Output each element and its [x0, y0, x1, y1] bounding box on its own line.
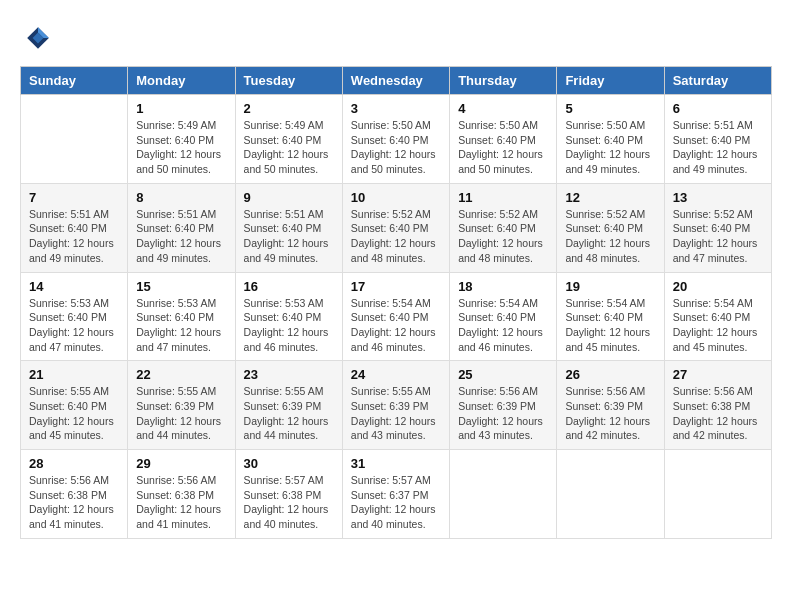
day-detail: Sunrise: 5:50 AM Sunset: 6:40 PM Dayligh…: [565, 118, 655, 177]
weekday-header: Sunday: [21, 67, 128, 95]
day-number: 13: [673, 190, 763, 205]
day-number: 10: [351, 190, 441, 205]
day-number: 4: [458, 101, 548, 116]
calendar-cell: [557, 450, 664, 539]
calendar-cell: 18Sunrise: 5:54 AM Sunset: 6:40 PM Dayli…: [450, 272, 557, 361]
calendar-cell: [664, 450, 771, 539]
calendar-cell: [21, 95, 128, 184]
day-number: 21: [29, 367, 119, 382]
calendar-week-row: 21Sunrise: 5:55 AM Sunset: 6:40 PM Dayli…: [21, 361, 772, 450]
day-detail: Sunrise: 5:51 AM Sunset: 6:40 PM Dayligh…: [136, 207, 226, 266]
calendar-cell: 1Sunrise: 5:49 AM Sunset: 6:40 PM Daylig…: [128, 95, 235, 184]
day-detail: Sunrise: 5:56 AM Sunset: 6:38 PM Dayligh…: [136, 473, 226, 532]
day-detail: Sunrise: 5:57 AM Sunset: 6:37 PM Dayligh…: [351, 473, 441, 532]
day-number: 22: [136, 367, 226, 382]
weekday-header: Wednesday: [342, 67, 449, 95]
logo: [20, 20, 62, 56]
day-detail: Sunrise: 5:51 AM Sunset: 6:40 PM Dayligh…: [673, 118, 763, 177]
day-number: 20: [673, 279, 763, 294]
day-number: 18: [458, 279, 548, 294]
calendar-header-row: SundayMondayTuesdayWednesdayThursdayFrid…: [21, 67, 772, 95]
weekday-header: Saturday: [664, 67, 771, 95]
day-detail: Sunrise: 5:50 AM Sunset: 6:40 PM Dayligh…: [458, 118, 548, 177]
calendar-cell: [450, 450, 557, 539]
calendar-cell: 15Sunrise: 5:53 AM Sunset: 6:40 PM Dayli…: [128, 272, 235, 361]
day-number: 24: [351, 367, 441, 382]
day-number: 9: [244, 190, 334, 205]
day-detail: Sunrise: 5:52 AM Sunset: 6:40 PM Dayligh…: [673, 207, 763, 266]
weekday-header: Friday: [557, 67, 664, 95]
day-number: 12: [565, 190, 655, 205]
calendar-cell: 14Sunrise: 5:53 AM Sunset: 6:40 PM Dayli…: [21, 272, 128, 361]
day-detail: Sunrise: 5:55 AM Sunset: 6:40 PM Dayligh…: [29, 384, 119, 443]
calendar-cell: 29Sunrise: 5:56 AM Sunset: 6:38 PM Dayli…: [128, 450, 235, 539]
day-detail: Sunrise: 5:53 AM Sunset: 6:40 PM Dayligh…: [29, 296, 119, 355]
calendar-week-row: 7Sunrise: 5:51 AM Sunset: 6:40 PM Daylig…: [21, 183, 772, 272]
day-detail: Sunrise: 5:49 AM Sunset: 6:40 PM Dayligh…: [136, 118, 226, 177]
day-detail: Sunrise: 5:54 AM Sunset: 6:40 PM Dayligh…: [673, 296, 763, 355]
calendar-cell: 19Sunrise: 5:54 AM Sunset: 6:40 PM Dayli…: [557, 272, 664, 361]
calendar-cell: 16Sunrise: 5:53 AM Sunset: 6:40 PM Dayli…: [235, 272, 342, 361]
day-number: 19: [565, 279, 655, 294]
day-number: 15: [136, 279, 226, 294]
calendar-cell: 6Sunrise: 5:51 AM Sunset: 6:40 PM Daylig…: [664, 95, 771, 184]
day-detail: Sunrise: 5:49 AM Sunset: 6:40 PM Dayligh…: [244, 118, 334, 177]
calendar-cell: 7Sunrise: 5:51 AM Sunset: 6:40 PM Daylig…: [21, 183, 128, 272]
day-detail: Sunrise: 5:56 AM Sunset: 6:39 PM Dayligh…: [458, 384, 548, 443]
calendar-cell: 9Sunrise: 5:51 AM Sunset: 6:40 PM Daylig…: [235, 183, 342, 272]
calendar-cell: 24Sunrise: 5:55 AM Sunset: 6:39 PM Dayli…: [342, 361, 449, 450]
day-detail: Sunrise: 5:51 AM Sunset: 6:40 PM Dayligh…: [29, 207, 119, 266]
weekday-header: Thursday: [450, 67, 557, 95]
calendar-cell: 27Sunrise: 5:56 AM Sunset: 6:38 PM Dayli…: [664, 361, 771, 450]
day-detail: Sunrise: 5:52 AM Sunset: 6:40 PM Dayligh…: [351, 207, 441, 266]
weekday-header: Tuesday: [235, 67, 342, 95]
day-number: 6: [673, 101, 763, 116]
day-number: 7: [29, 190, 119, 205]
calendar-week-row: 1Sunrise: 5:49 AM Sunset: 6:40 PM Daylig…: [21, 95, 772, 184]
calendar-cell: 4Sunrise: 5:50 AM Sunset: 6:40 PM Daylig…: [450, 95, 557, 184]
day-detail: Sunrise: 5:56 AM Sunset: 6:38 PM Dayligh…: [29, 473, 119, 532]
day-detail: Sunrise: 5:54 AM Sunset: 6:40 PM Dayligh…: [458, 296, 548, 355]
day-detail: Sunrise: 5:50 AM Sunset: 6:40 PM Dayligh…: [351, 118, 441, 177]
day-number: 14: [29, 279, 119, 294]
weekday-header: Monday: [128, 67, 235, 95]
day-detail: Sunrise: 5:53 AM Sunset: 6:40 PM Dayligh…: [136, 296, 226, 355]
calendar-cell: 11Sunrise: 5:52 AM Sunset: 6:40 PM Dayli…: [450, 183, 557, 272]
calendar-cell: 2Sunrise: 5:49 AM Sunset: 6:40 PM Daylig…: [235, 95, 342, 184]
calendar-week-row: 28Sunrise: 5:56 AM Sunset: 6:38 PM Dayli…: [21, 450, 772, 539]
calendar-cell: 5Sunrise: 5:50 AM Sunset: 6:40 PM Daylig…: [557, 95, 664, 184]
day-number: 1: [136, 101, 226, 116]
day-number: 27: [673, 367, 763, 382]
calendar-cell: 28Sunrise: 5:56 AM Sunset: 6:38 PM Dayli…: [21, 450, 128, 539]
day-number: 16: [244, 279, 334, 294]
calendar-cell: 10Sunrise: 5:52 AM Sunset: 6:40 PM Dayli…: [342, 183, 449, 272]
calendar-cell: 21Sunrise: 5:55 AM Sunset: 6:40 PM Dayli…: [21, 361, 128, 450]
day-number: 28: [29, 456, 119, 471]
day-detail: Sunrise: 5:52 AM Sunset: 6:40 PM Dayligh…: [458, 207, 548, 266]
calendar-week-row: 14Sunrise: 5:53 AM Sunset: 6:40 PM Dayli…: [21, 272, 772, 361]
day-detail: Sunrise: 5:51 AM Sunset: 6:40 PM Dayligh…: [244, 207, 334, 266]
logo-icon: [20, 20, 56, 56]
day-detail: Sunrise: 5:56 AM Sunset: 6:38 PM Dayligh…: [673, 384, 763, 443]
day-number: 2: [244, 101, 334, 116]
day-detail: Sunrise: 5:55 AM Sunset: 6:39 PM Dayligh…: [351, 384, 441, 443]
day-detail: Sunrise: 5:54 AM Sunset: 6:40 PM Dayligh…: [565, 296, 655, 355]
day-number: 30: [244, 456, 334, 471]
calendar-cell: 30Sunrise: 5:57 AM Sunset: 6:38 PM Dayli…: [235, 450, 342, 539]
calendar-cell: 8Sunrise: 5:51 AM Sunset: 6:40 PM Daylig…: [128, 183, 235, 272]
day-detail: Sunrise: 5:55 AM Sunset: 6:39 PM Dayligh…: [244, 384, 334, 443]
day-detail: Sunrise: 5:55 AM Sunset: 6:39 PM Dayligh…: [136, 384, 226, 443]
day-number: 31: [351, 456, 441, 471]
calendar-cell: 20Sunrise: 5:54 AM Sunset: 6:40 PM Dayli…: [664, 272, 771, 361]
calendar-cell: 13Sunrise: 5:52 AM Sunset: 6:40 PM Dayli…: [664, 183, 771, 272]
calendar-cell: 22Sunrise: 5:55 AM Sunset: 6:39 PM Dayli…: [128, 361, 235, 450]
day-number: 11: [458, 190, 548, 205]
day-number: 8: [136, 190, 226, 205]
day-detail: Sunrise: 5:54 AM Sunset: 6:40 PM Dayligh…: [351, 296, 441, 355]
day-detail: Sunrise: 5:53 AM Sunset: 6:40 PM Dayligh…: [244, 296, 334, 355]
day-number: 23: [244, 367, 334, 382]
calendar-cell: 31Sunrise: 5:57 AM Sunset: 6:37 PM Dayli…: [342, 450, 449, 539]
day-number: 17: [351, 279, 441, 294]
calendar-cell: 12Sunrise: 5:52 AM Sunset: 6:40 PM Dayli…: [557, 183, 664, 272]
calendar-cell: 26Sunrise: 5:56 AM Sunset: 6:39 PM Dayli…: [557, 361, 664, 450]
